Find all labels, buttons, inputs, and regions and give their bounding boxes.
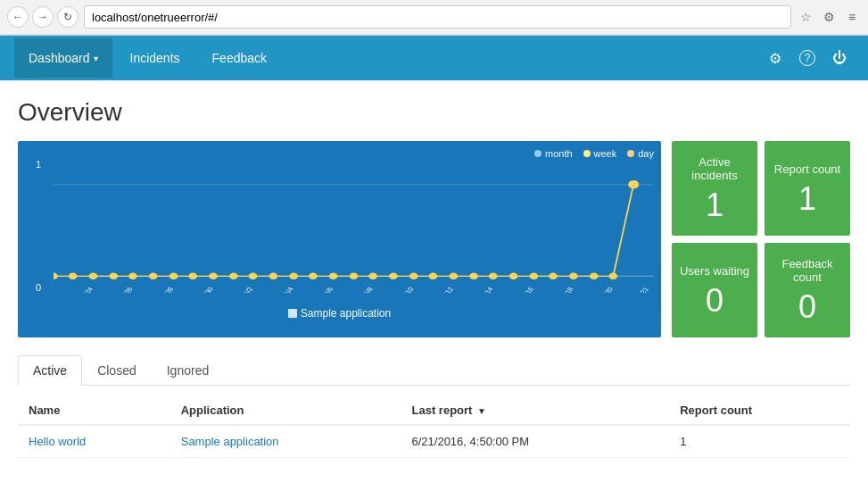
row-report-count-cell: 1 xyxy=(669,425,850,458)
data-point-spike xyxy=(628,180,639,188)
nav-settings-button[interactable]: ⚙ xyxy=(761,44,789,72)
incidents-table: Name Application Last report ▼ Report co… xyxy=(18,396,850,458)
incident-name-link[interactable]: Hello world xyxy=(29,435,86,448)
chart-container: month week day 1 0 xyxy=(18,141,661,337)
y-label-0: 0 xyxy=(36,282,41,293)
data-point xyxy=(69,273,78,279)
x-axis-labels: 5/22 5/24 5/26 5/28 5/30 6/2 6/4 6/6 6/8… xyxy=(54,286,650,293)
table-header-row: Name Application Last report ▼ Report co… xyxy=(18,396,850,425)
svg-text:5/30: 5/30 xyxy=(200,286,215,293)
data-point xyxy=(188,273,197,279)
data-point xyxy=(449,273,458,279)
app-nav: Dashboard ▾ Incidents Feedback ⚙ ? ⏻ xyxy=(0,36,868,80)
col-application: Application xyxy=(170,396,401,425)
data-point xyxy=(169,273,178,279)
svg-text:6/2: 6/2 xyxy=(242,286,255,293)
table-row: Hello world Sample application 6/21/2016… xyxy=(18,425,850,458)
data-point xyxy=(269,273,278,279)
data-point xyxy=(329,273,338,279)
svg-text:5/24: 5/24 xyxy=(80,286,95,293)
data-point xyxy=(530,273,539,279)
chart-line xyxy=(54,185,633,277)
tabs-container: Active Closed Ignored xyxy=(18,355,850,386)
nav-left: Dashboard ▾ Incidents Feedback xyxy=(14,38,281,78)
col-report-count: Report count xyxy=(669,396,850,425)
legend-month: month xyxy=(534,148,573,159)
browser-toolbar: ← → ↻ ☆ ⚙ ≡ xyxy=(0,0,868,35)
nav-dashboard-arrow: ▾ xyxy=(94,54,98,63)
tabs: Active Closed Ignored xyxy=(18,355,850,385)
y-label-1: 1 xyxy=(36,159,41,170)
legend-month-label: month xyxy=(545,148,573,159)
page-content: Overview month week day xyxy=(0,80,868,491)
legend-day-label: day xyxy=(638,148,654,159)
svg-text:6/8: 6/8 xyxy=(362,286,376,293)
svg-text:6/14: 6/14 xyxy=(480,286,495,293)
svg-text:5/26: 5/26 xyxy=(120,286,135,293)
legend-day-dot xyxy=(627,150,634,157)
row-name-cell: Hello world xyxy=(18,425,170,458)
stat-card-active-incidents-value: 1 xyxy=(706,189,723,221)
chart-legend: month week day xyxy=(534,148,654,159)
series-name-label: Sample application xyxy=(301,307,391,320)
data-point xyxy=(489,273,498,279)
data-point xyxy=(409,273,418,279)
address-bar[interactable] xyxy=(84,5,791,29)
data-point xyxy=(609,273,618,279)
svg-text:6/18: 6/18 xyxy=(560,286,575,293)
nav-help-button[interactable]: ? xyxy=(793,44,822,72)
chart-svg-area: 5/22 5/24 5/26 5/28 5/30 6/2 6/4 6/6 6/8… xyxy=(54,168,654,293)
nav-power-button[interactable]: ⏻ xyxy=(825,44,854,72)
tab-active[interactable]: Active xyxy=(18,355,82,386)
stat-card-active-incidents: Active incidents 1 xyxy=(672,141,757,236)
col-name: Name xyxy=(18,396,170,425)
data-point xyxy=(289,273,298,279)
data-point xyxy=(368,273,377,279)
col-last-report[interactable]: Last report ▼ xyxy=(401,396,670,425)
back-button[interactable]: ← xyxy=(7,6,29,28)
stat-card-feedback-count-label: Feedback count xyxy=(772,257,843,284)
data-point xyxy=(509,273,518,279)
data-point xyxy=(569,273,578,279)
stat-card-users-waiting-value: 0 xyxy=(706,285,723,317)
browser-chrome: ← → ↻ ☆ ⚙ ≡ xyxy=(0,0,868,36)
stat-card-users-waiting: Users waiting 0 xyxy=(672,243,757,337)
stat-card-feedback-count-value: 0 xyxy=(798,291,816,323)
chart-series-label: Sample application xyxy=(18,307,661,320)
settings-icon[interactable]: ⚙ xyxy=(820,8,838,26)
nav-feedback[interactable]: Feedback xyxy=(198,38,281,78)
row-last-report-cell: 6/21/2016, 4:50:00 PM xyxy=(401,425,670,458)
legend-week-dot xyxy=(583,150,591,157)
data-point xyxy=(249,273,258,279)
application-link[interactable]: Sample application xyxy=(181,435,279,448)
chart-svg: 5/22 5/24 5/26 5/28 5/30 6/2 6/4 6/6 6/8… xyxy=(54,168,654,293)
data-point xyxy=(469,273,478,279)
svg-text:5/22: 5/22 xyxy=(54,286,55,293)
row-application-cell: Sample application xyxy=(170,425,401,458)
legend-day: day xyxy=(627,148,654,159)
sort-icon: ▼ xyxy=(477,406,486,416)
data-point xyxy=(229,273,238,279)
refresh-button[interactable]: ↻ xyxy=(57,6,79,28)
nav-incidents[interactable]: Incidents xyxy=(116,38,194,78)
svg-text:6/6: 6/6 xyxy=(322,286,335,293)
data-point xyxy=(209,273,218,279)
data-point xyxy=(309,273,318,279)
browser-nav-buttons: ← → ↻ xyxy=(7,6,79,28)
tab-ignored[interactable]: Ignored xyxy=(152,355,224,385)
star-icon[interactable]: ☆ xyxy=(797,8,814,26)
nav-incidents-label: Incidents xyxy=(130,51,180,65)
tab-closed[interactable]: Closed xyxy=(82,355,152,385)
stat-card-report-count-label: Report count xyxy=(774,162,840,176)
nav-dashboard-label: Dashboard xyxy=(29,51,90,65)
svg-text:6/20: 6/20 xyxy=(599,286,615,293)
svg-text:6/10: 6/10 xyxy=(401,286,416,293)
svg-text:6/4: 6/4 xyxy=(283,286,296,293)
nav-dashboard[interactable]: Dashboard ▾ xyxy=(14,38,112,78)
nav-right: ⚙ ? ⏻ xyxy=(761,44,854,72)
stat-card-report-count: Report count 1 xyxy=(765,141,850,236)
menu-icon[interactable]: ≡ xyxy=(843,8,861,26)
data-point xyxy=(590,273,599,279)
page-title: Overview xyxy=(18,98,850,127)
forward-button[interactable]: → xyxy=(32,6,54,28)
